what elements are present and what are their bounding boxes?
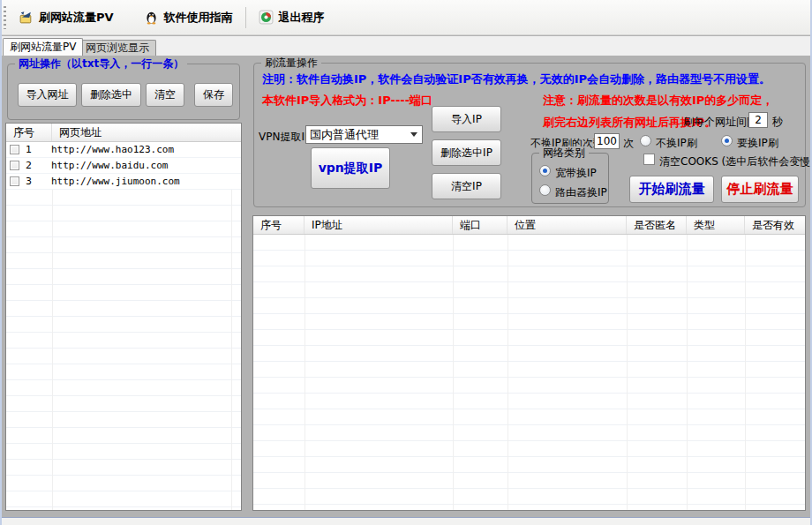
url-list-body: 1 http://www.hao123.com 2 http://www.bai… <box>6 142 241 510</box>
clear-ip-button[interactable]: 清空IP <box>432 173 501 199</box>
column-header-label: 位置 <box>515 218 536 233</box>
url-row[interactable]: 2 http://www.baidu.com <box>6 158 241 174</box>
radio-change-ip[interactable] <box>721 135 733 146</box>
row-index: 3 <box>19 176 46 187</box>
clear-cooks-label[interactable]: 清空COOKS (选中后软件会变慢) <box>659 154 812 169</box>
toolbar-item-guide[interactable]: 软件使用指南 <box>137 6 240 29</box>
column-separator <box>453 235 454 510</box>
toolbar-gripper[interactable] <box>4 6 6 29</box>
button-label: 停止刷流量 <box>727 181 793 198</box>
app-window: 刷网站流量PV 软件使用指南 <box>0 0 812 525</box>
radio-no-ip-change-label[interactable]: 不换IP刷 <box>656 136 697 151</box>
radio-broadband-ip-label[interactable]: 宽带换IP <box>555 166 597 181</box>
row-checkbox[interactable] <box>10 176 19 186</box>
column-header-valid[interactable]: 是否有效 <box>745 216 805 234</box>
note-auto-ip: 注明：软件自动换IP，软件会自动验证IP否有效再换，无效的IP会自动删除，路由器… <box>262 71 771 87</box>
ip-list-header: 序号 IP地址 端口 位置 是否匿名 类型 是否有效 <box>253 216 805 235</box>
network-type-groupbox: 网络类别 宽带换IP 路由器换IP <box>531 153 609 204</box>
toolbar-item-label: 软件使用指南 <box>164 10 233 26</box>
column-header-index[interactable]: 序号 <box>253 216 304 234</box>
delete-selected-urls-button[interactable]: 删除选中 <box>81 83 141 107</box>
column-header-label: 是否匿名 <box>634 218 676 233</box>
column-header-label: 序号 <box>260 218 282 233</box>
network-type-title: 网络类别 <box>539 146 589 159</box>
column-header-location[interactable]: 位置 <box>508 216 627 234</box>
penguin-icon <box>144 10 159 25</box>
column-separator <box>687 235 688 510</box>
button-label: 导入网址 <box>26 87 69 102</box>
delete-selected-ip-button[interactable]: 删除选中IP <box>432 139 501 166</box>
row-index: 1 <box>19 144 46 155</box>
column-separator <box>231 142 232 510</box>
toolbar: 刷网站流量PV 软件使用指南 <box>0 0 812 35</box>
button-label: vpn提取IP <box>319 161 383 176</box>
save-urls-button[interactable]: 保存 <box>194 83 233 107</box>
status-bar <box>0 517 812 525</box>
radio-broadband-ip[interactable] <box>539 165 551 176</box>
row-index: 2 <box>19 160 46 171</box>
import-urls-button[interactable]: 导入网址 <box>18 83 77 107</box>
column-separator <box>508 235 508 510</box>
column-header-label: 端口 <box>460 218 481 233</box>
column-header-ip[interactable]: IP地址 <box>304 216 453 234</box>
toolbar-separator <box>245 7 246 28</box>
radio-change-ip-label[interactable]: 要换IP刷 <box>737 136 778 151</box>
column-separator <box>52 142 53 510</box>
url-row[interactable]: 1 http://www.hao123.com <box>6 142 241 158</box>
button-label: 删除选中 <box>90 87 132 102</box>
vpn-proxy-select[interactable]: 国内普通代理 <box>305 125 423 144</box>
chevron-down-icon <box>410 132 417 137</box>
column-header-type[interactable]: 类型 <box>687 216 745 234</box>
traffic-operations-groupbox: 刷流量操作 注明：软件自动换IP，软件会自动验证IP否有效再换，无效的IP会自动… <box>253 63 806 207</box>
tab-traffic-pv[interactable]: 刷网站流量PV <box>3 38 83 56</box>
url-row[interactable]: 3 http://www.jiumoon.com <box>6 174 241 190</box>
row-url: http://www.hao123.com <box>46 144 174 155</box>
row-checkbox[interactable] <box>10 145 19 154</box>
column-header-index[interactable]: 序号 <box>6 124 52 141</box>
url-operations-title: 网址操作（以txt导入，一行一条） <box>15 57 187 70</box>
column-separator <box>304 235 305 510</box>
column-header-port[interactable]: 端口 <box>453 216 508 234</box>
button-label: 开始刷流量 <box>639 181 705 198</box>
vpn-extract-ip-button[interactable]: vpn提取IP <box>311 147 390 189</box>
tab-browser-view[interactable]: 网页浏览显示 <box>79 40 156 56</box>
no-ip-change-count-input[interactable] <box>594 133 620 149</box>
column-header-anonymous[interactable]: 是否匿名 <box>627 216 687 234</box>
radio-router-ip[interactable] <box>539 184 551 196</box>
button-label: 清空 <box>154 87 176 102</box>
clear-urls-button[interactable]: 清空 <box>146 83 184 107</box>
row-url: http://www.jiumoon.com <box>46 176 180 187</box>
start-traffic-button[interactable]: 开始刷流量 <box>629 176 714 203</box>
traffic-operations-title: 刷流量操作 <box>261 56 321 69</box>
column-separator <box>745 235 746 510</box>
interval-unit: 秒 <box>772 115 783 130</box>
toolbar-item-refresh-pv[interactable]: 刷网站流量PV <box>11 6 121 29</box>
tab-page-traffic: 网址操作（以txt导入，一行一条） 导入网址 删除选中 清空 保存 序号 网页地… <box>0 56 812 517</box>
column-header-url[interactable]: 网页地址 <box>52 124 241 141</box>
pv-icon <box>19 10 34 25</box>
vpn-extract-label: VPN提取IP <box>259 130 311 145</box>
column-header-label: 是否有效 <box>752 218 794 233</box>
window-frame-left <box>0 0 2 525</box>
note-attention-1: 注意：刷流量的次数是以有效IP的多少而定， <box>543 93 773 109</box>
button-label: 导入IP <box>451 112 482 127</box>
row-checkbox[interactable] <box>10 161 19 170</box>
note-ip-format: 本软件IP导入格式为：IP----端口 <box>262 93 432 109</box>
import-ip-button[interactable]: 导入IP <box>432 106 501 132</box>
toolbar-item-exit[interactable]: 退出程序 <box>252 6 332 29</box>
column-header-label: 序号 <box>13 125 34 140</box>
tab-label: 网页浏览显示 <box>86 41 149 56</box>
no-ip-change-count-unit: 次 <box>623 136 634 151</box>
toolbar-item-label: 退出程序 <box>279 10 325 26</box>
stop-traffic-button[interactable]: 停止刷流量 <box>721 176 799 203</box>
interval-input[interactable] <box>748 112 768 128</box>
url-operations-groupbox: 网址操作（以txt导入，一行一条） 导入网址 删除选中 清空 保存 <box>7 64 240 120</box>
select-value: 国内普通代理 <box>310 127 379 143</box>
radio-no-ip-change[interactable] <box>640 135 651 146</box>
column-header-label: IP地址 <box>312 218 342 233</box>
radio-router-ip-label[interactable]: 路由器换IP <box>555 185 607 200</box>
clear-cooks-checkbox[interactable] <box>643 154 655 165</box>
url-list-header: 序号 网页地址 <box>6 124 241 142</box>
url-list: 序号 网页地址 1 http://www.hao123.com 2 http:/… <box>5 123 242 511</box>
column-header-label: 网页地址 <box>59 125 102 140</box>
